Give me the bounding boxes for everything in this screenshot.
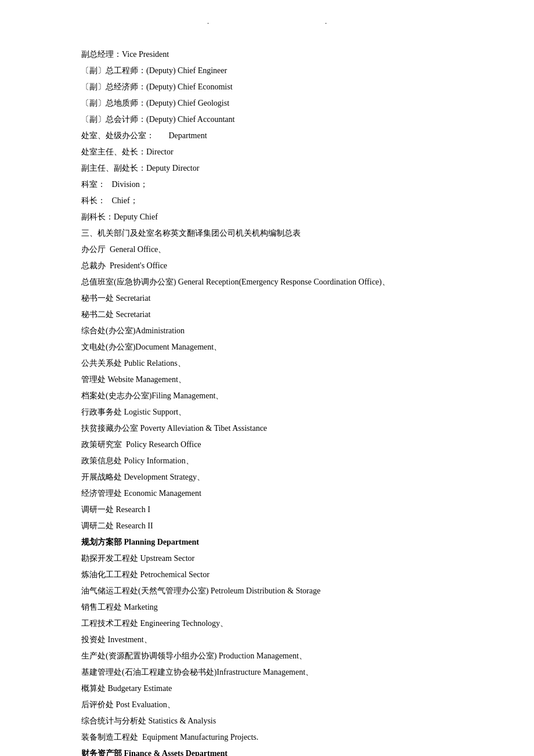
content-line-23: 行政事务处 Logistic Support、 xyxy=(81,404,453,420)
top-dot-2: . xyxy=(325,17,327,26)
content-line-15: 总值班室(应急协调办公室) General Reception(Emergenc… xyxy=(81,274,453,290)
content-line-37: 投资处 Investment、 xyxy=(81,632,453,648)
content-line-13: 办公厅 General Office、 xyxy=(81,242,453,258)
content-line-6: 处室、处级办公室： Department xyxy=(81,128,453,144)
content-line-14: 总裁办 President's Office xyxy=(81,258,453,274)
content-line-5: 〔副〕总会计师：(Deputy) Chief Accountant xyxy=(81,111,453,128)
content-line-30: 调研二处 Research II xyxy=(81,518,453,534)
content-line-4: 〔副〕总地质师：(Deputy) Chief Geologist xyxy=(81,95,453,111)
content-line-38: 生产处(资源配置协调领导小组办公室) Production Management… xyxy=(81,648,453,664)
content-line-41: 后评价处 Post Evaluation、 xyxy=(81,697,453,713)
content-line-19: 文电处(办公室)Document Management、 xyxy=(81,339,453,355)
content-line-28: 经济管理处 Economic Management xyxy=(81,485,453,502)
content-line-27: 开展战略处 Development Strategy、 xyxy=(81,469,453,485)
content-line-17: 秘书二处 Secretariat xyxy=(81,307,453,323)
content-line-11: 副科长：Deputy Chief xyxy=(81,209,453,225)
content-line-24: 扶贫接藏办公室 Poverty Alleviation & Tibet Assi… xyxy=(81,420,453,437)
page-container: . . 副总经理：Vice President〔副〕总工程师：(Deputy) … xyxy=(0,0,534,756)
content-line-29: 调研一处 Research I xyxy=(81,502,453,518)
content-line-8: 副主任、副处长：Deputy Director xyxy=(81,160,453,177)
content-area: 副总经理：Vice President〔副〕总工程师：(Deputy) Chie… xyxy=(81,46,453,756)
content-line-43: 装备制造工程处 Equipment Manufacturing Projects… xyxy=(81,729,453,746)
content-line-16: 秘书一处 Secretariat xyxy=(81,290,453,307)
content-line-32: 勘探开发工程处 Upstream Sector xyxy=(81,550,453,567)
content-line-42: 综合统计与分析处 Statistics & Analysis xyxy=(81,713,453,729)
content-line-20: 公共关系处 Public Relations、 xyxy=(81,355,453,372)
content-line-1: 副总经理：Vice President xyxy=(81,46,453,63)
content-line-9: 科室： Division； xyxy=(81,177,453,193)
content-line-35: 销售工程处 Marketing xyxy=(81,599,453,615)
top-decoration: . . xyxy=(0,17,534,26)
content-line-26: 政策信息处 Policy Information、 xyxy=(81,453,453,469)
content-line-2: 〔副〕总工程师：(Deputy) Chief Engineer xyxy=(81,63,453,79)
content-line-39: 基建管理处(石油工程建立协会秘书处)Infrastructure Managem… xyxy=(81,664,453,681)
content-line-33: 炼油化工工程处 Petrochemical Sector xyxy=(81,567,453,583)
content-line-10: 科长： Chief； xyxy=(81,193,453,209)
content-line-3: 〔副〕总经济师：(Deputy) Chief Economist xyxy=(81,79,453,95)
content-line-12: 三、机关部门及处室名称英文翻译集团公司机关机构编制总表 xyxy=(81,225,453,242)
content-line-40: 概算处 Budgetary Estimate xyxy=(81,681,453,697)
content-line-36: 工程技术工程处 Engineering Technology、 xyxy=(81,615,453,632)
content-line-25: 政策研究室 Policy Research Office xyxy=(81,437,453,453)
content-line-7: 处室主任、处长：Director xyxy=(81,144,453,160)
content-line-22: 档案处(史志办公室)Filing Management、 xyxy=(81,388,453,404)
content-line-34: 油气储运工程处(天然气管理办公室) Petroleum Distribution… xyxy=(81,583,453,599)
top-dot-1: . xyxy=(207,17,209,26)
content-line-44: 财务资产部 Finance & Assets Department xyxy=(81,746,453,756)
content-line-18: 综合处(办公室)Administration xyxy=(81,323,453,339)
content-line-31: 规划方案部 Planning Department xyxy=(81,534,453,550)
content-line-21: 管理处 Website Management、 xyxy=(81,372,453,388)
